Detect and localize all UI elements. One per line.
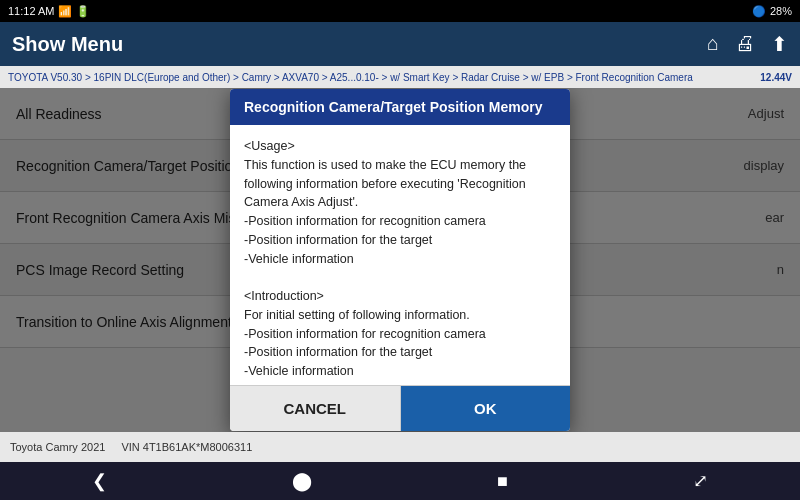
home-nav-icon[interactable]: ⬤ bbox=[292, 470, 312, 492]
car-model: Toyota Camry 2021 bbox=[10, 441, 105, 453]
status-bar: 11:12 AM 📶 🔋 🔵 28% bbox=[0, 0, 800, 22]
voltage-display: 12.44V bbox=[760, 72, 792, 83]
battery-level: 28% bbox=[770, 5, 792, 17]
status-time: 11:12 AM bbox=[8, 5, 54, 17]
print-icon[interactable]: 🖨 bbox=[735, 32, 755, 56]
recents-nav-icon[interactable]: ■ bbox=[497, 471, 508, 492]
vin: VIN 4T1B61AK*M8006311 bbox=[121, 441, 252, 453]
dialog-content: <Usage> This function is used to make th… bbox=[244, 139, 526, 378]
bottom-nav: ❮ ⬤ ■ ⤢ bbox=[0, 462, 800, 500]
breadcrumb: TOYOTA V50.30 > 16PIN DLC(Europe and Oth… bbox=[0, 66, 800, 88]
status-icons: 📶 🔋 bbox=[58, 5, 89, 18]
expand-nav-icon[interactable]: ⤢ bbox=[693, 470, 708, 492]
app-title: Show Menu bbox=[12, 33, 123, 56]
bt-icon: 🔵 bbox=[752, 5, 766, 18]
breadcrumb-text: TOYOTA V50.30 > 16PIN DLC(Europe and Oth… bbox=[8, 72, 752, 83]
home-icon[interactable]: ⌂ bbox=[707, 32, 719, 56]
ok-button[interactable]: OK bbox=[401, 386, 571, 431]
footer-bar: Toyota Camry 2021 VIN 4T1B61AK*M8006311 bbox=[0, 432, 800, 462]
export-icon[interactable]: ⬆ bbox=[771, 32, 788, 56]
back-nav-icon[interactable]: ❮ bbox=[92, 470, 107, 492]
main-content: All Readiness Adjust Recognition Camera/… bbox=[0, 88, 800, 432]
dialog-body: <Usage> This function is used to make th… bbox=[230, 125, 570, 385]
top-bar: Show Menu ⌂ 🖨 ⬆ bbox=[0, 22, 800, 66]
dialog-header: Recognition Camera/Target Position Memor… bbox=[230, 89, 570, 125]
dialog-title: Recognition Camera/Target Position Memor… bbox=[244, 99, 542, 115]
dialog-footer: CANCEL OK bbox=[230, 385, 570, 431]
cancel-button[interactable]: CANCEL bbox=[230, 386, 401, 431]
dialog: Recognition Camera/Target Position Memor… bbox=[230, 89, 570, 431]
